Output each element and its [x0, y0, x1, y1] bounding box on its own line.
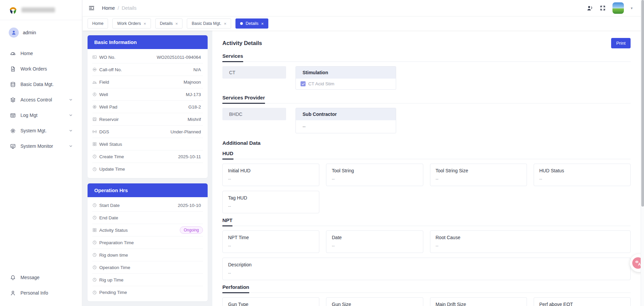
row-value: Mishrif	[187, 117, 203, 122]
field-label: HUD Status	[539, 168, 625, 173]
fullscreen-icon[interactable]	[600, 5, 606, 11]
row-value: 2025-10-11	[178, 154, 203, 159]
sidebar-item-label: Log Mgt	[20, 113, 64, 118]
page-title: Activity Details	[222, 40, 262, 46]
field-label: Tool String Size	[436, 168, 521, 173]
field-label: Perf above EOT	[539, 302, 625, 306]
tab-label: Details	[246, 21, 258, 26]
page-scrollbar	[641, 0, 644, 306]
field-value: --	[228, 243, 314, 248]
sidebar-item-log-mgt[interactable]: Log Mgt	[0, 107, 82, 123]
sidebar-item-message[interactable]: Message	[0, 270, 82, 285]
section-title: HUD	[222, 150, 233, 160]
services-section-header: Services	[222, 53, 631, 62]
info-row-create-time: Create Time 2025-10-11	[92, 150, 203, 163]
row-label: Field	[99, 80, 183, 85]
breadcrumb-separator: /	[118, 5, 119, 11]
field-label: NPT Time	[228, 235, 314, 240]
field-label: Initial HUD	[228, 168, 314, 173]
field-card-date: Date --	[326, 230, 423, 253]
sidebar-collapse-icon[interactable]	[89, 5, 95, 11]
user-name: admin	[23, 30, 36, 35]
row-value: 2025-10-10	[178, 203, 203, 208]
close-icon[interactable]: ×	[175, 21, 178, 26]
chevron-down-icon	[68, 113, 73, 118]
layers-icon	[10, 97, 16, 103]
avatar[interactable]	[612, 2, 624, 14]
info-row-wo-no: WO No. WO20251011-094064	[92, 51, 203, 63]
clock-icon	[92, 203, 97, 208]
field-value: --	[228, 204, 314, 209]
field-value: --	[436, 243, 625, 248]
field-card-tag-hud: Tag HUD --	[222, 191, 319, 213]
ct-acid-stim-checkbox-row[interactable]: CT Acid Stim	[301, 81, 391, 86]
close-icon[interactable]: ×	[224, 21, 227, 26]
field-card-tool-string: Tool String --	[326, 164, 423, 186]
sidebar-item-system-monitor[interactable]: System Monitor	[0, 138, 82, 154]
active-dot-icon	[240, 22, 243, 25]
field-label: Gun Type	[228, 302, 314, 306]
breadcrumb-home[interactable]: Home	[102, 5, 115, 11]
antenna-icon	[92, 129, 97, 134]
work-orders-icon	[10, 66, 16, 72]
field-label: Description	[228, 262, 625, 267]
row-value: Majnoon	[183, 80, 203, 85]
sidebar-item-label: Personal Info	[20, 290, 73, 296]
close-icon[interactable]: ×	[144, 21, 146, 26]
info-row-well-status: Well Status	[92, 138, 203, 150]
contact-support-icon[interactable]	[587, 5, 593, 11]
tab-home[interactable]: Home	[88, 18, 108, 29]
checkbox-checked-icon[interactable]	[301, 81, 306, 86]
sub-contractor-value: --	[303, 124, 306, 129]
scrollbar-thumb[interactable]	[641, 0, 644, 207]
section-title: Services Provider	[222, 95, 265, 104]
sidebar-item-basic-data-mgt[interactable]: Basic Data Mgt.	[0, 77, 82, 92]
sidebar-item-home[interactable]: Home	[0, 46, 82, 61]
tab-work-orders[interactable]: Work Orders ×	[112, 18, 151, 29]
sidebar-item-personal-info[interactable]: Personal Info	[0, 285, 82, 301]
row-value: Under-Planned	[170, 129, 203, 134]
info-row-update-time: Update Time	[92, 163, 203, 175]
app-logo-icon	[8, 5, 18, 15]
tab-details[interactable]: Details ×	[155, 18, 183, 29]
service-chip-ct[interactable]: CT	[222, 66, 286, 79]
no-circle-icon	[92, 67, 97, 72]
tab-bar: Home Work Orders × Details × Basic Data …	[83, 16, 644, 31]
sidebar-item-label: System Mgt.	[20, 128, 64, 133]
row-label: Operation Time	[99, 265, 201, 270]
field-card-perf-above-eot: Perf above EOT	[534, 297, 631, 306]
info-row-dgs: DGS Under-Planned	[92, 126, 203, 138]
info-row-reservoir: Reservoir Mishrif	[92, 113, 203, 126]
chevron-down-icon	[68, 128, 73, 133]
log-table-icon	[10, 113, 16, 118]
tab-label: Home	[92, 21, 103, 26]
operation-hrs-header: Operation Hrs	[88, 183, 208, 197]
info-row-end-date: End Date	[92, 212, 203, 224]
field-label: Root Cause	[436, 235, 625, 240]
info-row-field: Field Majnoon	[92, 76, 203, 88]
row-label: Preparation Time	[99, 240, 201, 245]
sidebar-item-work-orders[interactable]: Work Orders	[0, 61, 82, 77]
tab-basic-data-mgt[interactable]: Basic Data Mgt. ×	[187, 18, 231, 29]
provider-chip-bhdc[interactable]: BHDC	[222, 108, 286, 120]
row-label: Well Pad	[99, 104, 188, 110]
status-badge: Ongoing	[180, 226, 203, 234]
tab-details-active[interactable]: Details ×	[235, 18, 268, 29]
basic-information-header: Basic Information	[88, 35, 208, 49]
section-title: Perforation	[222, 284, 249, 293]
close-icon[interactable]: ×	[261, 21, 264, 26]
field-card-gun-size: Gun Size	[326, 297, 423, 306]
breadcrumb: Home / Details	[102, 5, 137, 11]
status-grid-icon	[92, 142, 97, 146]
info-row-operation-time: Operation Time	[92, 261, 203, 274]
row-label: Activity Status	[99, 228, 180, 233]
sidebar-user: admin	[0, 20, 82, 41]
sidebar-item-access-control[interactable]: Access Control	[0, 92, 82, 107]
print-button[interactable]: Print	[611, 38, 631, 48]
section-title: NPT	[222, 217, 232, 226]
sidebar-item-system-mgt[interactable]: System Mgt.	[0, 123, 82, 138]
tab-label: Work Orders	[117, 21, 141, 26]
sidebar-item-label: Message	[20, 275, 73, 280]
services-provider-section-header: Services Provider	[222, 95, 631, 103]
avatar-caret-down-icon[interactable]: ▾	[631, 6, 633, 10]
